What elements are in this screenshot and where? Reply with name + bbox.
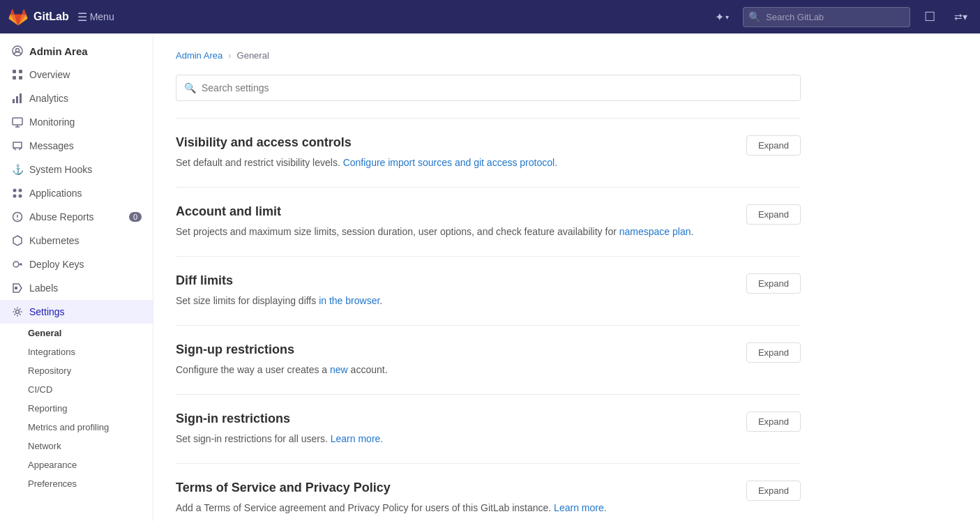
section-diff-header: Diff limits Set size limits for displayi… xyxy=(176,273,801,308)
messages-label: Messages xyxy=(29,140,74,151)
expand-button-visibility[interactable]: Expand xyxy=(746,135,801,156)
expand-button-account[interactable]: Expand xyxy=(746,204,801,225)
sidebar-sub-item-network[interactable]: Network xyxy=(28,437,153,455)
search-settings-input[interactable] xyxy=(176,75,801,101)
svg-rect-3 xyxy=(19,70,22,73)
section-diff-limits: Diff limits Set size limits for displayi… xyxy=(176,256,801,325)
analytics-icon xyxy=(11,92,24,105)
svg-rect-8 xyxy=(20,93,22,103)
section-signin-text: Sign-in restrictions Set sign-in restric… xyxy=(176,411,383,446)
settings-label: Settings xyxy=(29,306,65,317)
search-settings-icon: 🔍 xyxy=(184,82,196,93)
sidebar: Admin Area Overview Analytics Monitoring xyxy=(0,33,153,521)
svg-rect-5 xyxy=(19,76,22,80)
section-account-desc: Set projects and maximum size limits, se… xyxy=(176,225,693,239)
todo-icon-button[interactable]: ☐ xyxy=(919,6,941,28)
svg-point-10 xyxy=(13,189,17,192)
svg-point-13 xyxy=(19,195,22,198)
sidebar-item-applications[interactable]: Applications xyxy=(0,181,153,205)
analytics-label: Analytics xyxy=(29,93,68,104)
plus-icon: ✦ xyxy=(715,10,724,24)
search-input[interactable] xyxy=(743,7,910,27)
section-visibility-access: Visibility and access controls Set defau… xyxy=(176,118,801,187)
labels-icon xyxy=(11,282,24,294)
section-account-title: Account and limit xyxy=(176,204,693,219)
settings-icon xyxy=(11,305,24,318)
expand-button-signin[interactable]: Expand xyxy=(746,411,801,432)
namespace-plan-link[interactable]: namespace plan xyxy=(619,226,691,237)
sidebar-item-abuse-reports[interactable]: Abuse Reports 0 xyxy=(0,205,153,229)
sidebar-item-messages[interactable]: Messages xyxy=(0,134,153,158)
menu-toggle[interactable]: ☰ Menu xyxy=(77,10,114,24)
sidebar-item-labels[interactable]: Labels xyxy=(0,276,153,300)
overview-label: Overview xyxy=(29,69,70,80)
messages-icon xyxy=(11,139,24,152)
visibility-config-link[interactable]: Configure import sources and git access … xyxy=(343,157,557,168)
sidebar-sub-item-metrics-profiling[interactable]: Metrics and profiling xyxy=(28,418,153,437)
breadcrumb-separator: › xyxy=(228,50,231,61)
merge-requests-button[interactable]: ⇄▾ xyxy=(949,6,972,28)
sidebar-sub-item-cicd[interactable]: CI/CD xyxy=(28,380,153,399)
svg-point-15 xyxy=(13,262,19,267)
section-terms-text: Terms of Service and Privacy Policy Add … xyxy=(176,481,607,515)
sidebar-sub-item-preferences[interactable]: Preferences xyxy=(28,474,153,493)
kubernetes-icon xyxy=(11,234,24,247)
settings-submenu: General Integrations Repository CI/CD Re… xyxy=(0,324,153,493)
sidebar-sub-item-integrations[interactable]: Integrations xyxy=(28,342,153,361)
admin-area-header: Admin Area xyxy=(0,33,153,63)
breadcrumb: Admin Area › General xyxy=(176,50,801,61)
expand-button-terms[interactable]: Expand xyxy=(746,481,801,501)
sidebar-sub-item-reporting[interactable]: Reporting xyxy=(28,399,153,418)
svg-point-12 xyxy=(13,195,17,198)
create-new-button[interactable]: ✦ ▾ xyxy=(709,6,734,28)
gitlab-logo[interactable]: GitLab xyxy=(8,7,69,27)
svg-point-17 xyxy=(16,310,20,314)
terms-learn-more-link[interactable]: Learn more. xyxy=(554,502,606,513)
applications-icon xyxy=(11,187,24,199)
sidebar-item-settings[interactable]: Settings xyxy=(0,300,153,324)
section-diff-desc: Set size limits for displaying diffs in … xyxy=(176,294,382,308)
section-terms-desc: Add a Terms of Service agreement and Pri… xyxy=(176,501,607,515)
section-signin-title: Sign-in restrictions xyxy=(176,411,383,426)
diff-browser-link[interactable]: in the browser xyxy=(319,295,379,306)
section-visibility-text: Visibility and access controls Set defau… xyxy=(176,135,557,170)
section-signin: Sign-in restrictions Set sign-in restric… xyxy=(176,394,801,463)
section-account-limit: Account and limit Set projects and maxim… xyxy=(176,187,801,256)
main-content-area: Admin Area › General 🔍 Visibility and ac… xyxy=(153,33,980,521)
svg-point-16 xyxy=(15,287,17,289)
admin-area-icon xyxy=(11,45,24,57)
sidebar-item-deploy-keys[interactable]: Deploy Keys xyxy=(0,252,153,276)
section-terms-title: Terms of Service and Privacy Policy xyxy=(176,481,607,495)
section-diff-text: Diff limits Set size limits for displayi… xyxy=(176,273,382,308)
breadcrumb-parent[interactable]: Admin Area xyxy=(176,50,223,61)
svg-point-11 xyxy=(19,189,22,192)
expand-button-signup[interactable]: Expand xyxy=(746,342,801,363)
section-signup: Sign-up restrictions Configure the way a… xyxy=(176,325,801,394)
top-navigation: GitLab ☰ Menu ✦ ▾ 🔍 ☐ ⇄▾ xyxy=(0,0,980,33)
sidebar-sub-item-repository[interactable]: Repository xyxy=(28,361,153,380)
gitlab-logo-icon xyxy=(8,7,28,27)
sidebar-item-system-hooks[interactable]: ⚓ System Hooks xyxy=(0,158,153,181)
abuse-reports-badge: 0 xyxy=(129,212,142,222)
applications-label: Applications xyxy=(29,188,82,199)
expand-button-diff[interactable]: Expand xyxy=(746,273,801,294)
signin-learn-more-link[interactable]: Learn more. xyxy=(331,433,383,444)
system-hooks-label: System Hooks xyxy=(29,164,92,175)
svg-rect-9 xyxy=(13,118,22,125)
sidebar-item-overview[interactable]: Overview xyxy=(0,63,153,86)
deploy-keys-label: Deploy Keys xyxy=(29,259,84,270)
menu-label: Menu xyxy=(90,11,114,22)
sidebar-item-analytics[interactable]: Analytics xyxy=(0,86,153,110)
new-account-link[interactable]: new xyxy=(330,364,348,375)
sidebar-sub-item-appearance[interactable]: Appearance xyxy=(28,455,153,474)
sidebar-sub-item-general[interactable]: General xyxy=(28,324,153,342)
gitlab-name: GitLab xyxy=(33,10,69,23)
sidebar-item-monitoring[interactable]: Monitoring xyxy=(0,110,153,134)
section-visibility-desc: Set default and restrict visibility leve… xyxy=(176,156,557,170)
search-wrap: 🔍 xyxy=(743,7,910,27)
section-terms-header: Terms of Service and Privacy Policy Add … xyxy=(176,481,801,515)
monitoring-label: Monitoring xyxy=(29,116,75,128)
abuse-reports-icon xyxy=(11,211,24,223)
sidebar-item-kubernetes[interactable]: Kubernetes xyxy=(0,229,153,252)
svg-rect-4 xyxy=(13,76,16,80)
